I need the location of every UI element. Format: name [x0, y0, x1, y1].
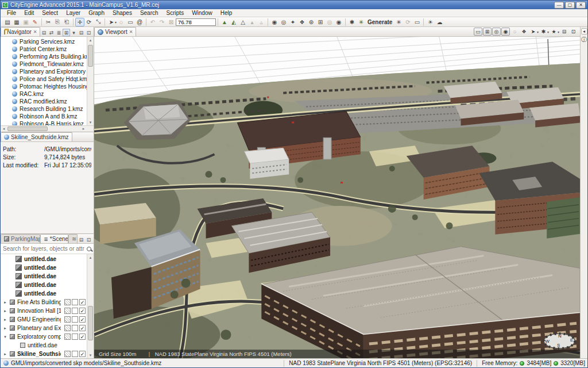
tab-parkingmap-cga[interactable]: ParkingMap.cga: [1, 234, 40, 243]
list-item[interactable]: untitled.dae: [3, 272, 86, 281]
lock-icon[interactable]: ⊠: [167, 18, 176, 26]
menu-item[interactable]: File: [3, 10, 20, 16]
lasso-select-icon[interactable]: ◌: [117, 18, 126, 26]
visible-checkbox[interactable]: ✓: [79, 299, 86, 305]
tab-hidden-partial[interactable]: ≋: [68, 234, 78, 243]
list-item[interactable]: Police and Safety Hdqt.kmz: [12, 75, 87, 83]
menu-item[interactable]: Shapes: [109, 10, 136, 16]
expand-icon[interactable]: ▸: [3, 326, 7, 331]
list-item[interactable]: Robinson A-B Harris.kmz: [12, 120, 87, 125]
expand-icon[interactable]: ▸: [3, 309, 7, 313]
reset-terrain-icon[interactable]: △: [238, 18, 247, 26]
maximize-button[interactable]: ▢: [565, 2, 575, 9]
select-checkbox[interactable]: [72, 325, 78, 331]
align-terrain-icon[interactable]: ▲: [220, 18, 229, 26]
rule-checkbox[interactable]: [64, 351, 71, 357]
paste-icon[interactable]: ⎗: [62, 18, 71, 26]
minimize-pane-icon[interactable]: ⊟: [78, 236, 85, 243]
new-scene-icon[interactable]: ▤: [3, 18, 12, 26]
raise-terrain-icon[interactable]: ▴: [247, 18, 257, 26]
chevron-down-icon[interactable]: ▾: [547, 30, 549, 34]
viewport-canvas[interactable]: W N E S Grid Size 100m | NAD 1983 StateP…: [94, 37, 580, 358]
layer-row[interactable]: ▸ Innovation Hall [1 object] ✓: [3, 306, 86, 315]
list-item[interactable]: RAC modified.kmz: [12, 98, 87, 105]
chevron-down-icon[interactable]: ▾: [537, 30, 539, 34]
maximize-pane-icon[interactable]: ⊡: [569, 28, 578, 36]
delete-models-icon[interactable]: ▭: [412, 18, 421, 26]
visibility-icon[interactable]: ◎: [279, 18, 288, 26]
rule-checkbox[interactable]: [64, 308, 71, 314]
close-button[interactable]: ✕: [576, 2, 586, 9]
select-checkbox[interactable]: [72, 308, 78, 314]
menu-item[interactable]: Select: [38, 10, 62, 16]
redo-view-icon[interactable]: ↷: [157, 18, 167, 26]
view-settings-icon[interactable]: ◉: [270, 18, 279, 26]
visible-checkbox[interactable]: ✓: [79, 308, 86, 314]
list-item[interactable]: untitled.dae: [3, 281, 86, 289]
tab-navigator[interactable]: Navigator ✕: [1, 27, 40, 36]
viewmode-shaded-icon[interactable]: ⊞: [483, 28, 492, 36]
view-settings-gear-icon[interactable]: ✱: [539, 28, 548, 36]
tree-hierarchy-icon[interactable]: ⊞: [63, 29, 70, 36]
tab-file-info[interactable]: Skiline_Southside.kmz: [1, 132, 72, 141]
layer-row[interactable]: ▸ Fine Arts Building [1 object] ✓: [3, 298, 86, 306]
visible-checkbox[interactable]: ✓: [79, 316, 86, 323]
select-checkbox[interactable]: [72, 316, 78, 323]
menu-item[interactable]: Search: [136, 10, 163, 16]
navigator-horizontal-scrollbar[interactable]: ◂ ▸: [1, 125, 94, 132]
menu-item[interactable]: Layer: [62, 10, 84, 16]
hide-unselected-icon[interactable]: ◎: [325, 18, 334, 26]
align-shapes-icon[interactable]: ◭: [229, 18, 238, 26]
layer-row[interactable]: ▸ Planetary and Exploratory Ha ✓: [3, 324, 86, 332]
frame-view-icon[interactable]: ❖: [520, 28, 528, 36]
viewmode-textured-icon[interactable]: ◎: [492, 28, 501, 36]
save-icon[interactable]: ▣: [21, 18, 30, 26]
list-item[interactable]: untitled.dae: [3, 255, 86, 263]
visible-checkbox[interactable]: ✓: [79, 351, 86, 357]
bookmarks-star-icon[interactable]: ★: [550, 28, 558, 36]
scale-tool-icon[interactable]: ⤡: [94, 18, 103, 26]
rule-checkbox[interactable]: [64, 334, 71, 340]
scene-vertical-scrollbar[interactable]: ▴ ▾: [87, 254, 94, 358]
cut-icon[interactable]: ✂: [44, 18, 53, 26]
open-icon[interactable]: ▦: [12, 18, 21, 26]
maximize-pane-icon[interactable]: ⊡: [85, 236, 92, 243]
list-item[interactable]: Research Building 1.kmz: [12, 105, 87, 113]
restore-panel-icon[interactable]: ◂: [581, 28, 587, 34]
viewmode-combined-icon[interactable]: ◉: [501, 28, 510, 36]
view-mode-icon[interactable]: ⊛: [307, 18, 316, 26]
navigator-vertical-scrollbar[interactable]: ▴ ▾: [87, 37, 94, 125]
select-checkbox[interactable]: [72, 299, 78, 305]
search-icon[interactable]: [87, 247, 91, 251]
visible-checkbox[interactable]: ✓: [79, 325, 86, 331]
minimize-button[interactable]: —: [554, 2, 564, 9]
visible-checkbox[interactable]: ✓: [79, 334, 86, 340]
rule-checkbox[interactable]: [64, 299, 71, 305]
list-item[interactable]: RAC.kmz: [12, 90, 87, 98]
scene-search-input[interactable]: [3, 246, 84, 252]
isolate-selection-icon[interactable]: ◌: [510, 28, 519, 36]
lower-terrain-icon[interactable]: ▵: [257, 18, 266, 26]
layer-child-row[interactable]: untitled.dae: [3, 341, 86, 350]
update-seed-icon[interactable]: ⟳: [403, 18, 412, 26]
minimize-pane-icon[interactable]: ⊟: [560, 28, 568, 36]
copy-icon[interactable]: ⎘: [53, 18, 62, 26]
generate-button[interactable]: Generate: [366, 19, 394, 25]
regenerate-icon[interactable]: ✳: [394, 18, 403, 26]
list-item[interactable]: Piedmont_Tidewater.kmz: [12, 60, 87, 68]
menu-item[interactable]: Graph: [84, 10, 109, 16]
close-icon[interactable]: ✕: [129, 29, 133, 34]
edit-rule-icon[interactable]: ✎: [30, 18, 40, 26]
view-menu-icon[interactable]: ▾: [70, 29, 78, 36]
collapse-all-icon[interactable]: ⊟: [40, 29, 48, 36]
list-item[interactable]: Potomac Heightes Housing Office: [12, 83, 87, 90]
layer-visibility-icon[interactable]: ⊞: [316, 18, 325, 26]
select-checkbox[interactable]: [72, 334, 78, 340]
select-checkbox[interactable]: [72, 351, 78, 357]
expand-icon[interactable]: ▸: [3, 352, 7, 356]
list-item[interactable]: untitled.dae: [3, 289, 86, 298]
environment-cloud-icon[interactable]: ☁: [435, 18, 444, 26]
menu-item[interactable]: Scripts: [163, 10, 188, 16]
rule-checkbox[interactable]: [64, 316, 71, 323]
assign-rule-icon[interactable]: ✱: [347, 18, 357, 26]
